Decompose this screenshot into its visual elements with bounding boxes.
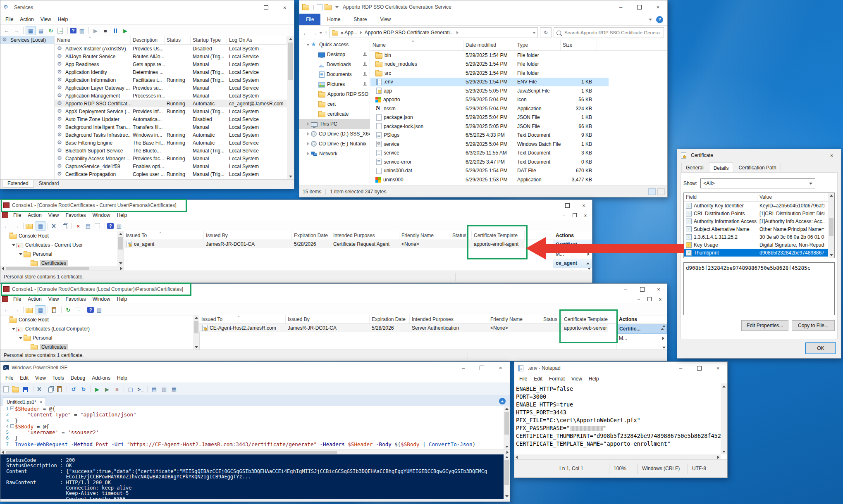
field-row[interactable]: !Key UsageDigital Signature, Non-Repudia… [684,241,834,249]
search-box[interactable] [554,27,664,38]
fold-marker-icon[interactable] [10,406,15,412]
menu-item-view[interactable]: View [45,295,62,303]
sidebar-item-cd-drive-e-nutanix[interactable]: CD Drive (E:) Nutanix [299,139,370,149]
ise-titlebar[interactable]: >_ Windows PowerShell ISE – × [0,362,510,373]
table-row[interactable]: AppX Deployment Service (...Provides inf… [55,107,287,115]
minimize-button[interactable]: – [617,284,634,295]
minimize-button[interactable]: – [238,0,257,14]
menu-item-file[interactable]: File [516,375,530,383]
pause-service-icon[interactable] [111,26,120,35]
menu-item-help[interactable]: Help [114,295,131,303]
quick-access-folder-icon[interactable] [325,5,332,10]
pane-icon[interactable]: ▥ [95,306,104,314]
tree-item-console-root[interactable]: Console Root [0,315,199,324]
start-powershell-icon[interactable]: >_ [136,385,145,393]
ribbon-tab-share[interactable]: Share [347,14,373,25]
close-button[interactable]: × [650,284,667,295]
tree-item-certificates[interactable]: Certificates [0,342,199,350]
stop-service-icon[interactable]: ■ [101,26,110,35]
refresh-icon[interactable]: ↻ [46,26,55,35]
file-row[interactable]: .env5/29/2025 1:54 PMENV File1 KB [370,78,609,87]
console-tree-icon[interactable]: ▦ [26,26,36,35]
table-row[interactable]: App ReadinessGets apps re...ManualLocal … [55,60,287,68]
file-row[interactable]: PSlogs6/5/2025 4:33 PMText Document9 KB [370,131,609,140]
breadcrumb-root[interactable]: « App... [341,30,358,36]
column-header-intended-purposes[interactable]: Intended Purposes [331,231,399,240]
field-row[interactable]: ↓Authority Information Access[1]Authorit… [684,217,834,225]
field-row[interactable]: ↓Subject Alternative NameOther Name:Prin… [684,225,834,233]
new-remote-tab-icon[interactable]: ▢ [126,385,135,393]
mmc-user-tree-scrollbar[interactable] [117,231,124,266]
certificate-titlebar[interactable]: Certificate × [677,149,841,162]
mmc-user-titlebar[interactable]: Console1 - [Console Root\Certificates - … [0,200,592,211]
forward-icon[interactable]: → [12,306,21,314]
field-row[interactable]: ↓CRL Distribution Points[1]CRL Distribut… [684,209,834,217]
extended-pane-icon[interactable]: ▥ [77,26,86,35]
table-row[interactable]: CaptureService_4de1f59Enables opti...Man… [55,162,287,170]
notepad-text-area[interactable]: ENABLE_HTTP=falsePORT=3000ENABLE_HTTPS=t… [514,383,721,456]
file-row[interactable]: package-lock.json5/29/2025 5:05 PMJSON F… [370,122,609,131]
breadcrumb[interactable]: « App... Apporto RDP SSO Certificate Gen… [330,27,538,38]
explorer-titlebar[interactable]: | Apporto RDP SSO Certificate Generation… [299,0,667,14]
breadcrumb-current[interactable]: Apporto RDP SSO Certificate Generati... [365,30,454,36]
mdi-restore-button[interactable] [645,295,654,303]
address-dropdown-icon[interactable] [533,32,536,34]
menu-item-window[interactable]: Window [89,295,114,303]
details-view-icon[interactable] [648,188,656,195]
column-header-date-modified[interactable]: Date modified [463,40,515,50]
tab-extended[interactable]: Extended [2,180,34,188]
up-one-level-icon[interactable] [26,222,35,230]
stop-script-icon[interactable]: ■ [112,385,122,393]
file-row[interactable]: unins0005/29/2025 1:53 PMApplication3,47… [370,175,609,184]
search-input[interactable] [564,30,661,36]
actions-scroll-down-icon[interactable] [662,347,666,349]
restart-service-icon[interactable]: ▶ [121,26,130,35]
maximize-button[interactable] [473,362,491,373]
actions-scroll-up-icon[interactable] [662,325,666,327]
open-script-icon[interactable] [12,385,21,393]
ok-button[interactable]: OK [805,342,836,354]
maximize-button[interactable] [630,0,649,14]
copy-to-file-button[interactable]: Copy to File... [792,320,835,331]
ise-console-pane[interactable]: StatusCode : 200StatusDescription : OKCo… [0,454,510,499]
sidebar-item-pictures[interactable]: Pictures [299,79,370,89]
menu-item-help[interactable]: Help [114,374,131,382]
tab-untitled1[interactable]: Untitled1.ps1* × [3,397,46,406]
console-tree-icon[interactable]: ▦ [36,305,45,314]
actions-scroll-down-icon[interactable] [587,268,591,270]
table-row[interactable]: Application InformationFacilitates t...R… [55,76,287,84]
paste-icon[interactable] [50,306,59,314]
sidebar-item-apporto-rdp-sso-c[interactable]: Apporto RDP SSO C [299,89,370,99]
help-icon[interactable]: ? [87,307,94,313]
properties-icon[interactable]: ▤ [84,222,93,230]
paste-icon[interactable] [55,385,64,393]
menu-item-file[interactable]: File [2,374,17,382]
file-row[interactable]: apporto5/29/2025 5:04 PMIcon56 KB [370,95,609,105]
field-row[interactable]: ≡Thumbprintd908b5f232842be974898867... [684,249,834,257]
cut-icon[interactable] [36,385,45,393]
menu-item-format[interactable]: Format [546,375,568,383]
close-button[interactable]: × [822,149,841,162]
menu-item-help[interactable]: Help [585,375,602,383]
console-tree-icon[interactable]: ▦ [36,221,45,231]
back-icon[interactable]: ← [2,222,11,230]
menu-item-favorites[interactable]: Favorites [62,211,89,219]
action-m-[interactable]: M... [616,334,667,343]
help-icon[interactable]: ? [70,28,76,33]
menu-item-file[interactable]: File [10,295,24,303]
field-row[interactable]: ↓Authority Key IdentifierKeyID=a2b560451… [684,202,834,209]
menu-item-tools[interactable]: Tools [49,374,67,382]
maximize-button[interactable] [690,362,709,374]
quick-access-check-icon[interactable] [317,4,322,10]
column-header-friendly-name[interactable]: Friendly Name [399,231,450,240]
menu-item-help[interactable]: Help [114,211,131,219]
show-dropdown[interactable]: <All> [700,178,815,188]
script-line[interactable]: 6} [0,435,510,441]
column-header-description[interactable]: Description [131,36,165,44]
back-icon[interactable]: ← [2,26,11,35]
ribbon-tab-home[interactable]: Home [320,14,347,25]
close-button[interactable]: × [709,362,727,374]
refresh-button[interactable]: ↻ [540,27,552,38]
column-header-status[interactable]: Status [165,36,191,44]
tree-item-certificates-local-computer-[interactable]: Certificates (Local Computer) [0,324,199,333]
